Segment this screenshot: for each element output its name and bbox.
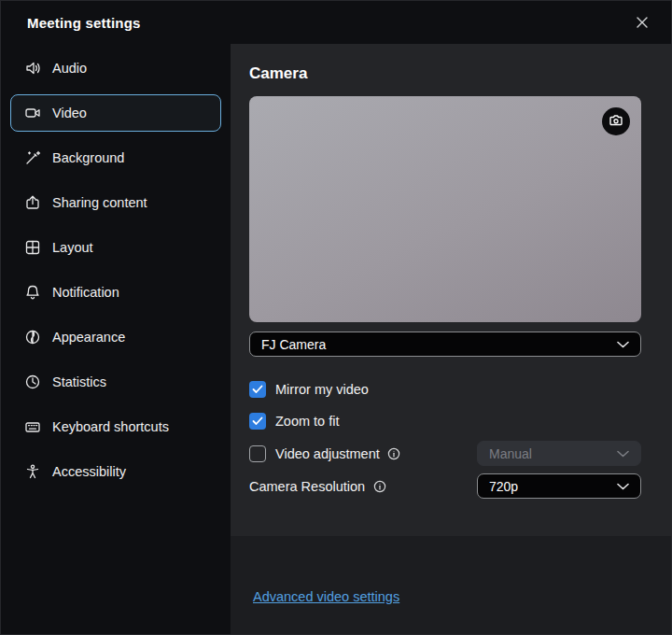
video-adjustment-select: Manual xyxy=(477,441,641,466)
advanced-video-settings-link[interactable]: Advanced video settings xyxy=(253,589,399,604)
flip-camera-icon xyxy=(609,113,623,131)
zoom-to-fit-label: Zoom to fit xyxy=(275,414,340,429)
camera-options: Mirror my video Zoom to fit Video adjust… xyxy=(249,377,641,499)
background-wand-icon xyxy=(24,149,41,166)
close-icon xyxy=(636,16,649,29)
sidebar-item-label: Accessibility xyxy=(52,464,126,479)
titlebar: Meeting settings xyxy=(1,1,671,44)
sidebar-item-label: Statistics xyxy=(52,374,106,389)
advanced-section: Advanced video settings xyxy=(231,536,671,634)
dialog-body: Audio Video Background Sharing content xyxy=(1,44,671,634)
meeting-settings-dialog: Meeting settings Audio Video xyxy=(0,0,672,635)
sidebar-item-statistics[interactable]: Statistics xyxy=(10,363,221,401)
flip-camera-button[interactable] xyxy=(602,107,630,135)
info-icon[interactable] xyxy=(387,446,401,460)
camera-select[interactable]: FJ Camera xyxy=(249,332,641,357)
camera-resolution-row: Camera Resolution 720p xyxy=(249,473,641,499)
close-button[interactable] xyxy=(628,8,656,36)
sidebar-item-video[interactable]: Video xyxy=(10,94,221,132)
sidebar-item-background[interactable]: Background xyxy=(10,139,221,176)
sidebar-item-appearance[interactable]: Appearance xyxy=(10,318,221,356)
chevron-down-icon xyxy=(617,341,629,348)
sidebar-item-label: Video xyxy=(52,106,87,120)
info-icon[interactable] xyxy=(372,479,386,493)
sidebar-item-label: Layout xyxy=(52,240,93,255)
sidebar-item-keyboard-shortcuts[interactable]: Keyboard shortcuts xyxy=(10,408,221,445)
sidebar-item-notification[interactable]: Notification xyxy=(10,274,221,311)
accessibility-icon xyxy=(24,463,41,480)
sidebar-item-accessibility[interactable]: Accessibility xyxy=(10,453,221,490)
video-adjustment-label: Video adjustment xyxy=(275,446,380,461)
bell-icon xyxy=(24,284,41,301)
statistics-icon xyxy=(24,374,41,390)
camera-select-value: FJ Camera xyxy=(261,337,326,352)
mirror-my-video-label: Mirror my video xyxy=(275,382,369,397)
sidebar-item-label: Keyboard shortcuts xyxy=(52,419,169,434)
sidebar-item-label: Notification xyxy=(52,285,119,300)
layout-grid-icon xyxy=(24,239,41,256)
camera-preview xyxy=(249,96,641,322)
camera-section: Camera FJ Camera xyxy=(231,44,671,536)
zoom-to-fit-row: Zoom to fit xyxy=(249,409,641,433)
video-adjustment-checkbox[interactable] xyxy=(249,445,266,462)
sidebar-item-label: Background xyxy=(52,150,124,165)
settings-sidebar: Audio Video Background Sharing content xyxy=(1,44,231,634)
appearance-icon xyxy=(24,329,41,346)
mirror-my-video-row: Mirror my video xyxy=(249,377,641,402)
mirror-my-video-checkbox[interactable] xyxy=(249,381,266,398)
sidebar-item-layout[interactable]: Layout xyxy=(10,229,221,266)
sidebar-item-sharing-content[interactable]: Sharing content xyxy=(10,184,221,221)
sidebar-item-audio[interactable]: Audio xyxy=(10,49,221,87)
keyboard-icon xyxy=(24,418,41,435)
video-settings-panel: Camera FJ Camera xyxy=(231,44,671,634)
camera-resolution-select[interactable]: 720p xyxy=(477,473,641,499)
camera-resolution-select-value: 720p xyxy=(489,479,518,494)
page-title: Meeting settings xyxy=(27,15,141,31)
sidebar-item-label: Appearance xyxy=(52,330,125,345)
video-camera-icon xyxy=(24,105,41,121)
zoom-to-fit-checkbox[interactable] xyxy=(249,413,266,430)
section-heading: Camera xyxy=(249,64,639,83)
sidebar-item-label: Sharing content xyxy=(52,195,147,210)
video-adjustment-row: Video adjustment Manual xyxy=(249,441,641,466)
chevron-down-icon xyxy=(617,483,629,490)
camera-resolution-label: Camera Resolution xyxy=(249,479,365,494)
chevron-down-icon xyxy=(617,450,629,458)
share-icon xyxy=(24,194,41,211)
sidebar-item-label: Audio xyxy=(52,61,87,76)
speaker-icon xyxy=(24,60,41,77)
video-adjustment-select-value: Manual xyxy=(489,446,532,461)
